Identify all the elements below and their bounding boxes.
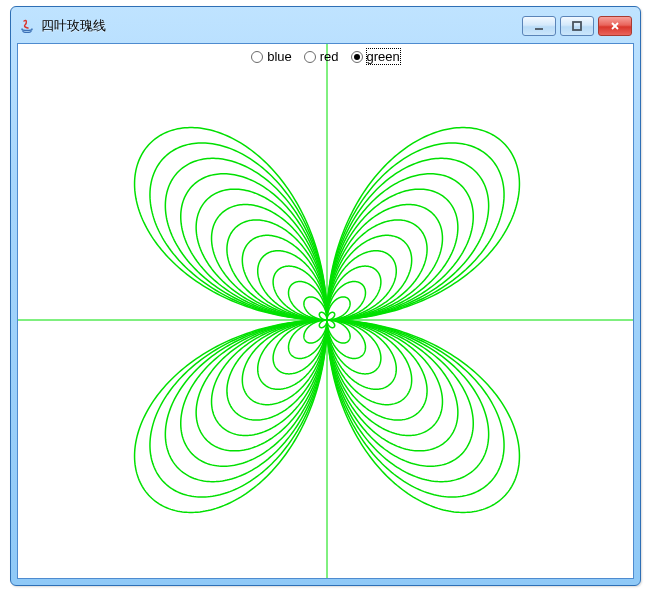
color-radio-group: blue red green bbox=[18, 48, 633, 65]
close-button[interactable] bbox=[598, 16, 632, 36]
window-title: 四叶玫瑰线 bbox=[41, 17, 522, 35]
radio-option-blue[interactable]: blue bbox=[249, 48, 294, 65]
radio-circle-icon bbox=[251, 51, 263, 63]
radio-label: blue bbox=[267, 49, 292, 64]
radio-circle-icon bbox=[351, 51, 363, 63]
radio-label: red bbox=[320, 49, 339, 64]
radio-circle-icon bbox=[304, 51, 316, 63]
java-icon bbox=[19, 18, 35, 34]
radio-label: green bbox=[367, 49, 400, 64]
client-area: blue red green bbox=[17, 43, 634, 579]
titlebar[interactable]: 四叶玫瑰线 bbox=[17, 13, 634, 43]
radio-option-red[interactable]: red bbox=[302, 48, 341, 65]
window: 四叶玫瑰线 blue bbox=[10, 6, 641, 586]
maximize-button[interactable] bbox=[560, 16, 594, 36]
svg-rect-1 bbox=[573, 22, 581, 30]
minimize-button[interactable] bbox=[522, 16, 556, 36]
desktop: 四叶玫瑰线 blue bbox=[0, 0, 655, 594]
window-buttons bbox=[522, 16, 632, 36]
plot-area bbox=[18, 44, 633, 578]
rose-curve-plot bbox=[18, 44, 633, 578]
radio-option-green[interactable]: green bbox=[349, 48, 402, 65]
